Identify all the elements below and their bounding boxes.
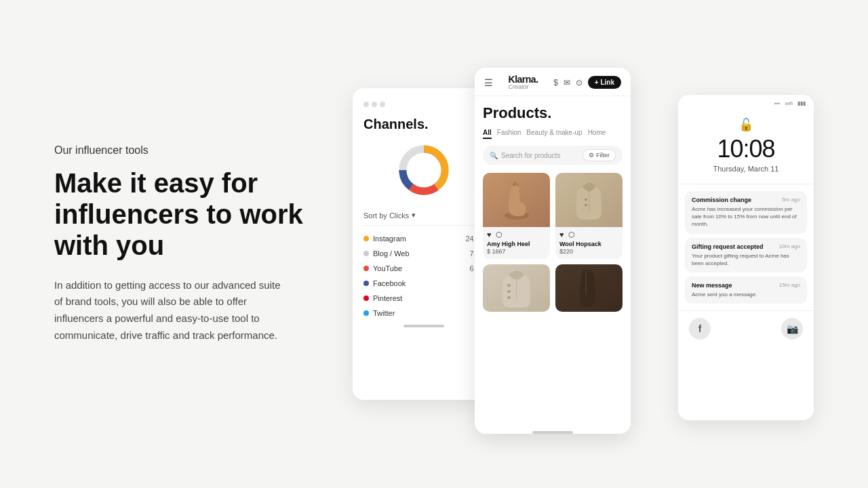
pinterest-label: Pinterest [373,294,402,302]
phone-status-bar: ▪▪▪ wifi ▮▮▮ [678,95,814,109]
user-icon[interactable]: ⊙ [576,78,583,87]
right-content: Channels. Sort by Clicks [353,68,814,420]
battery-icon: ▮▮▮ [797,100,806,106]
section-label: Our influencer tools [54,144,312,157]
channel-item-pinterest: Pinterest 35 [363,291,484,306]
facebook-bottom-icon[interactable]: f [689,318,711,340]
link-button[interactable]: + Link [588,76,621,89]
amy-heel-price: $ 1667 [483,248,550,259]
jacket-svg [498,268,535,308]
camera-icon: 📷 [787,323,798,334]
time-display: 10:08 [717,135,774,163]
heart-icon2[interactable]: ♥ [559,230,564,239]
main-heading: Make it easy for influencers to work wit… [54,167,312,261]
klarna-header: ☰ Klarna. Creator $ ✉ ⊙ + Link [475,68,631,96]
products-card: ☰ Klarna. Creator $ ✉ ⊙ + Link Products.… [475,68,631,434]
tab-all[interactable]: All [483,129,492,139]
notif-commission-body: Acme has increased your commission per s… [692,205,800,228]
heart-icon[interactable]: ♥ [487,230,492,239]
product-wool-hopsack: ♥ ⬡ Wool Hopsack $220 [555,173,623,259]
heading-line2: influencers to work [54,199,303,229]
tab-home[interactable]: Home [588,129,606,139]
body-text: In addition to getting access to our adv… [54,277,285,344]
tab-fashion[interactable]: Fashion [497,129,521,139]
products-tabs: All Fashion Beauty & make-up Home [483,129,623,139]
sort-by[interactable]: Sort by Clicks ▾ [363,211,484,226]
notif-gifting-time: 10m ago [779,243,800,249]
instagram-dot [363,236,369,241]
search-bar[interactable]: 🔍 Search for products ⚙ Filter [483,146,623,165]
products-grid-top: ♥ ⬡ Amy High Heel $ 1667 [483,173,623,259]
notif-message: New message 15m ago Acme sent you a mess… [685,277,807,304]
donut-chart-svg [397,143,451,197]
products-home-indicator [532,431,573,434]
blog-dot [363,251,369,256]
facebook-letter: f [698,323,702,334]
camera-bottom-icon[interactable]: 📷 [781,318,803,340]
share-icon[interactable]: ⬡ [496,230,502,239]
notif-message-body: Acme sent you a message. [692,291,800,298]
svg-rect-10 [507,296,511,299]
product-long-boots [555,264,623,312]
donut-container [363,143,484,197]
notif-gifting: Gifting request accepted 10m ago Your pr… [685,238,807,272]
twitter-dot [363,310,369,316]
long-boots-image [555,264,623,312]
card-dots [363,102,484,107]
notif-gifting-header: Gifting request accepted 10m ago [692,243,800,250]
left-content: Our influencer tools Make it easy for in… [54,144,312,344]
hamburger-icon[interactable]: ☰ [484,77,493,88]
twitter-label: Twitter [373,309,395,317]
dot2 [372,102,377,107]
products-title: Products. [483,104,623,122]
product-jacket [483,264,550,312]
date-display: Thursday, March 11 [713,165,778,173]
share-icon2[interactable]: ⬡ [568,230,575,239]
channel-item-twitter: Twitter 20 [363,306,484,321]
wool-hopsack-actions: ♥ ⬡ [555,227,623,241]
channel-list: Instagram 24,30 Blog / Web 7,24 YouTube [363,231,484,321]
klarna-logo-text: Klarna. [509,75,538,84]
pinterest-dot [363,296,369,301]
search-icon: 🔍 [490,152,498,159]
facebook-dot [363,281,369,286]
phone-bottom-bar: f 📷 [678,310,814,346]
filter-button[interactable]: ⚙ Filter [583,149,616,161]
tab-beauty[interactable]: Beauty & make-up [526,129,582,139]
notif-commission: Commission change 5m ago Acme has increa… [685,191,807,234]
lock-screen-area: 🔓 10:08 Thursday, March 11 [678,109,814,184]
notification-card: ▪▪▪ wifi ▮▮▮ 🔓 10:08 Thursday, March 11 … [678,95,814,420]
long-boots-svg [570,268,608,308]
svg-rect-6 [585,199,587,201]
blog-label: Blog / Web [373,249,410,258]
svg-rect-9 [507,290,511,293]
boot-svg [500,178,534,222]
heading-line3: with you [54,230,164,260]
lock-icon: 🔓 [738,117,753,132]
notif-commission-title: Commission change [692,197,751,203]
products-grid-bottom [483,264,623,312]
channel-item-instagram: Instagram 24,30 [363,231,484,246]
klarna-logo: Klarna. Creator [509,75,538,90]
svg-rect-7 [585,204,587,206]
search-placeholder: Search for products [501,152,560,159]
instagram-label: Instagram [373,235,406,243]
channels-card: Channels. Sort by Clicks [353,88,495,400]
signal-icon: ▪▪▪ [774,100,781,106]
channels-title: Channels. [363,117,484,132]
products-inner: Products. All Fashion Beauty & make-up H… [475,96,631,427]
notif-gifting-body: Your product gifting request to Acme has… [692,252,800,267]
klarna-icon-row: $ ✉ ⊙ + Link [553,76,621,89]
klarna-creator-text: Creator [509,84,538,90]
youtube-dot [363,266,369,271]
page-container: Our influencer tools Make it easy for in… [0,0,868,488]
dot3 [380,102,385,107]
amy-heel-name: Amy High Heel [483,241,550,248]
message-icon[interactable]: ✉ [564,78,570,87]
wool-hopsack-name: Wool Hopsack [555,241,623,248]
sort-label: Sort by Clicks [363,211,409,220]
channel-item-blog: Blog / Web 7,24 [363,246,484,261]
dollar-icon[interactable]: $ [553,78,558,87]
notif-commission-header: Commission change 5m ago [692,197,800,203]
amy-heel-image [483,173,550,227]
